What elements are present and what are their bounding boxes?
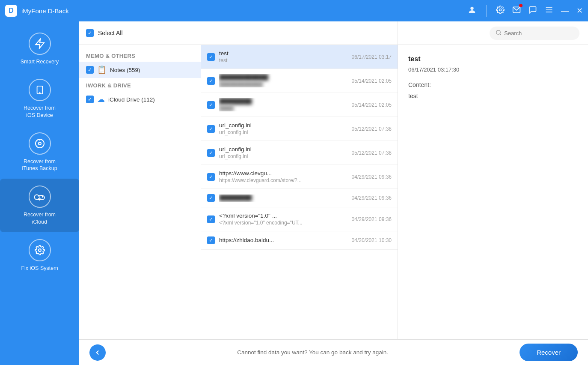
file-item-7-checkbox[interactable]: ✓ [207,194,215,202]
file-item-2-date: 05/14/2021 02:05 [352,78,392,84]
file-item-1[interactable]: ✓ test test 06/17/2021 03:17 [201,45,398,69]
file-item-3-sub: ████ [219,105,347,111]
sidebar-label-smart-recovery: Smart Recovery [21,58,59,65]
tree-content: Memo & Others ✓ 📋 Notes (559) iWork & Dr… [79,45,201,339]
app-title: iMyFone D-Back [21,7,467,15]
preview-content-label: Content: [408,81,578,88]
file-item-2-sub: ████████████ [219,81,347,87]
notes-icon: 📋 [97,65,107,75]
app-logo: D [5,5,17,17]
preview-panel: test 06/17/2021 03:17:30 Content: test [398,45,588,339]
iwork-drive-group: iWork & Drive [79,78,201,91]
file-item-9-checkbox[interactable]: ✓ [207,236,215,244]
file-item-3-checkbox[interactable]: ✓ [207,101,215,109]
file-item-7-content: ████████ [219,194,347,202]
svg-point-15 [496,30,500,34]
file-item-5-sub: url_config.ini [219,153,347,159]
tree-item-notes[interactable]: ✓ 📋 Notes (559) [79,62,201,78]
body-area: Memo & Others ✓ 📋 Notes (559) iWork & Dr… [79,45,588,339]
file-item-9-name: https://zhidao.baidu... [219,237,347,243]
notes-checkbox[interactable]: ✓ [86,66,94,74]
file-item-1-content: test test [219,50,347,63]
footer-message: Cannot find data you want? You can go ba… [106,349,520,356]
file-item-2-checkbox[interactable]: ✓ [207,77,215,85]
file-item-1-name: test [219,50,347,57]
icloud-drive-icon: ☁ [97,95,105,104]
file-item-8[interactable]: ✓ <?xml version="1.0" ... <?xml version=… [201,207,398,231]
file-item-9-content: https://zhidao.baidu... [219,237,347,244]
file-item-8-date: 04/29/2021 09:36 [352,216,392,222]
top-right [398,21,588,45]
file-item-3-name: ████████ [219,98,347,105]
svg-marker-6 [36,39,44,48]
sidebar: Smart Recovery Recover fromiOS Device Re… [0,21,79,365]
file-item-4-date: 05/12/2021 07:38 [352,126,392,132]
file-item-8-checkbox[interactable]: ✓ [207,215,215,223]
sidebar-label-recover-icloud: Recover fromiCloud [24,211,56,225]
file-item-1-sub: test [219,57,347,63]
file-item-2[interactable]: ✓ ████████████ ████████████ 05/14/2021 0… [201,69,398,93]
tree-item-icloud-drive[interactable]: ✓ ☁ iCloud Drive (112) [79,91,201,108]
file-item-5-date: 05/12/2021 07:38 [352,150,392,156]
file-item-8-name: <?xml version="1.0" ... [219,212,347,219]
recover-button[interactable]: Recover [520,344,578,361]
top-row: ✓ Select All [79,21,588,45]
menu-icon[interactable] [545,6,553,16]
svg-point-0 [470,6,473,9]
content-area: ✓ Select All Memo & Others [79,21,588,365]
file-item-3-content: ████████ ████ [219,98,347,111]
select-all-checkbox[interactable]: ✓ [86,29,94,37]
preview-date: 06/17/2021 03:17:30 [408,66,578,73]
mail-icon[interactable] [512,6,521,16]
file-item-1-checkbox[interactable]: ✓ [207,53,215,61]
title-bar: D iMyFone D-Back — ✕ [0,0,588,21]
file-item-6-date: 04/29/2021 09:36 [352,174,392,180]
notes-label: Notes (559) [110,67,194,73]
file-item-4-sub: url_config.ini [219,129,347,135]
file-item-9-date: 04/20/2021 10:30 [352,237,392,243]
chat-icon[interactable] [529,6,537,16]
file-item-3-date: 05/14/2021 02:05 [352,102,392,108]
mail-badge [519,4,523,7]
file-item-7[interactable]: ✓ ████████ 04/29/2021 09:36 [201,189,398,207]
sidebar-label-fix-ios: Fix iOS System [21,265,58,272]
user-icon[interactable] [467,5,477,17]
file-item-6-checkbox[interactable]: ✓ [207,173,215,181]
file-item-4[interactable]: ✓ url_config.ini url_config.ini 05/12/20… [201,117,398,141]
preview-content-text: test [408,93,578,99]
sidebar-item-recover-icloud[interactable]: Recover fromiCloud [0,179,79,232]
file-item-8-content: <?xml version="1.0" ... <?xml version="1… [219,212,347,226]
file-item-6-name: https://www.clevgu... [219,170,347,177]
top-middle [201,21,398,45]
icloud-drive-label: iCloud Drive (112) [108,96,194,103]
gear-icon[interactable] [496,6,505,16]
sidebar-item-smart-recovery[interactable]: Smart Recovery [0,26,79,72]
file-item-3[interactable]: ✓ ████████ ████ 05/14/2021 02:05 [201,93,398,117]
file-item-5-checkbox[interactable]: ✓ [207,149,215,157]
search-input[interactable] [504,30,573,36]
file-item-5[interactable]: ✓ url_config.ini url_config.ini 05/12/20… [201,141,398,165]
file-item-7-name: ████████ [219,194,347,201]
close-icon[interactable]: ✕ [576,6,583,15]
file-list-body: ✓ test test 06/17/2021 03:17 ✓ █████████… [201,45,398,339]
svg-point-14 [39,249,41,251]
minimize-icon[interactable]: — [561,6,569,15]
select-all-area[interactable]: ✓ Select All [79,21,201,45]
file-list-panel: ✓ test test 06/17/2021 03:17 ✓ █████████… [201,45,398,339]
file-item-4-name: url_config.ini [219,122,347,129]
file-item-5-content: url_config.ini url_config.ini [219,146,347,159]
left-panel: Memo & Others ✓ 📋 Notes (559) iWork & Dr… [79,45,201,339]
file-item-4-checkbox[interactable]: ✓ [207,125,215,133]
file-item-9[interactable]: ✓ https://zhidao.baidu... 04/20/2021 10:… [201,231,398,250]
file-item-6[interactable]: ✓ https://www.clevgu... https://www.clev… [201,165,398,189]
main-layout: Smart Recovery Recover fromiOS Device Re… [0,21,588,365]
recover-itunes-icon [29,132,51,155]
recover-icloud-icon [29,185,51,208]
back-button[interactable] [89,344,106,361]
recover-ios-icon [29,79,51,101]
sidebar-item-recover-ios[interactable]: Recover fromiOS Device [0,72,79,126]
icloud-drive-checkbox[interactable]: ✓ [86,96,94,103]
sidebar-item-fix-ios[interactable]: Fix iOS System [0,232,79,278]
sidebar-item-recover-itunes[interactable]: Recover fromiTunes Backup [0,126,79,179]
sidebar-label-recover-ios: Recover fromiOS Device [24,105,56,119]
